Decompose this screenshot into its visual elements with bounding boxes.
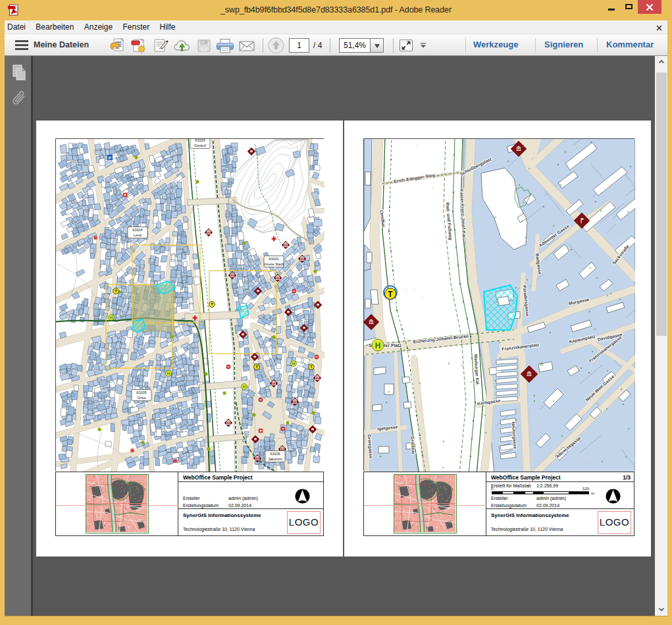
creator-label: Ersteller: [183, 496, 200, 501]
footer-title: WebOffice Sample Project: [491, 474, 561, 481]
district-label: 63103Geidorf: [190, 139, 210, 149]
compass-logo: [295, 489, 310, 504]
title-bar[interactable]: _swp_fb4b9f6fbbd34f5d8e7d83333a6385d1.pd…: [0, 0, 672, 20]
fit-window-button[interactable]: [398, 38, 415, 54]
date-label: Erstellungsdatum: [183, 503, 219, 508]
scroll-down-icon: [658, 606, 665, 612]
page-thumbnails-icon: [11, 64, 27, 82]
logo-box: LOGO: [287, 511, 321, 534]
scale-bar: 0 120 m: [491, 485, 596, 496]
scroll-up-button[interactable]: [655, 56, 667, 67]
svg-text:P: P: [109, 156, 111, 160]
svg-text:b: b: [540, 362, 543, 366]
footer-page-number: 1/3: [623, 474, 631, 481]
pdf-page-2: TbSchloßbergplatzErich-Edegger-StegKaise…: [344, 121, 651, 557]
adobe-reader-window: _swp_fb4b9f6fbbd34f5d8e7d83333a6385d1.pd…: [0, 0, 672, 625]
district-label: 63101Innere Stadt: [264, 256, 284, 267]
document-area[interactable]: TTTTHHHHP63103Geidorf63104Lend63101Inner…: [35, 56, 655, 616]
previous-view-icon: [267, 37, 285, 54]
district-label: 63104Lend: [128, 227, 147, 238]
date-label: Erstellungsdatum: [491, 503, 527, 508]
svg-text:T: T: [388, 290, 393, 299]
previous-view-button[interactable]: [267, 37, 284, 53]
zoom-dropdown-button[interactable]: [370, 38, 384, 53]
open-file-button[interactable]: [109, 38, 126, 54]
main-area: TTTTHHHHP63103Geidorf63104Lend63101Inner…: [5, 56, 667, 616]
svg-text:Innere Stadt: Innere Stadt: [264, 262, 284, 266]
menu-bearbeiten[interactable]: Bearbeiten: [32, 20, 78, 34]
company-name: SynerGIS Informationssysteme: [183, 512, 261, 518]
compass-logo-wrap: [606, 489, 621, 504]
toolbar-more-icon: [419, 41, 427, 50]
window-border-bottom: [0, 616, 672, 625]
scrollbar-thumb[interactable]: [656, 72, 667, 336]
vertical-scrollbar[interactable]: [655, 56, 667, 616]
svg-text:Lend: Lend: [134, 233, 142, 237]
footer-info-cell: WebOffice Sample Project Ersteller admin…: [178, 472, 323, 535]
logo-box: LOGO: [598, 511, 631, 534]
overview-crosshair: [56, 505, 178, 506]
sign-icon: [152, 38, 169, 54]
footer-overview-cell: [364, 472, 486, 535]
svg-text:Gries: Gries: [137, 396, 145, 400]
window-title: _swp_fb4b9f6fbbd34f5d8e7d83333a6385d1.pd…: [0, 5, 672, 14]
toolbar-more-button[interactable]: [419, 41, 427, 57]
window-border-left: [0, 20, 5, 625]
date-value: 02.09.2014: [536, 503, 559, 508]
menu-bar: Datei Bearbeiten Anzeige Fenster Hilfe: [5, 20, 667, 34]
minimize-button[interactable]: [603, 0, 620, 14]
close-button[interactable]: [638, 0, 661, 14]
menu-fenster[interactable]: Fenster: [118, 20, 153, 34]
page-footer: WebOffice Sample Project 1/3 Erstellt fü…: [363, 472, 634, 536]
attachments-button[interactable]: [11, 90, 28, 114]
overview-crosshair: [364, 505, 486, 506]
svg-text:H: H: [375, 341, 381, 350]
navigation-sidebar: [5, 56, 33, 616]
create-pdf-icon: [130, 38, 147, 54]
company-address: Technologiestraße 10, 1120 Vienna: [491, 527, 563, 531]
document-close-icon[interactable]: [656, 24, 662, 30]
svg-text:H: H: [292, 362, 295, 366]
cloud-upload-button[interactable]: [173, 38, 190, 54]
date-value: 02.09.2014: [228, 503, 251, 508]
district-label: 63105Gries: [132, 390, 151, 401]
scale-bar-wrap: 0 120 m: [491, 485, 596, 497]
fit-window-icon: [398, 38, 414, 53]
svg-text:63104: 63104: [132, 228, 142, 232]
map-page-1: TTTTHHHHP63103Geidorf63104Lend63101Inner…: [55, 138, 324, 471]
kommentar-button[interactable]: Kommentar: [606, 40, 654, 49]
svg-text:T: T: [255, 365, 258, 369]
menu-hilfe[interactable]: Hilfe: [156, 20, 180, 34]
svg-text:63106: 63106: [270, 452, 280, 456]
svg-text:120: 120: [582, 487, 590, 491]
signieren-button[interactable]: Signieren: [544, 40, 583, 49]
footer-overview-cell: [56, 472, 178, 535]
menu-anzeige[interactable]: Anzeige: [80, 20, 116, 34]
menu-datei[interactable]: Datei: [3, 20, 30, 34]
svg-text:H: H: [243, 385, 246, 389]
print-icon: [216, 38, 234, 54]
hamburger-menu-icon[interactable]: [15, 40, 28, 51]
werkzeuge-button[interactable]: Werkzeuge: [473, 40, 518, 49]
svg-text:63103: 63103: [195, 139, 205, 142]
create-pdf-button[interactable]: [130, 38, 147, 54]
save-button[interactable]: [195, 38, 213, 54]
scroll-up-icon: [658, 59, 665, 65]
map-page-2: TbSchloßbergplatzErich-Edegger-StegKaise…: [363, 138, 634, 471]
print-button[interactable]: [216, 38, 233, 54]
footer-info-cell: WebOffice Sample Project 1/3 Erstellt fü…: [486, 472, 634, 535]
svg-text:63101: 63101: [269, 257, 278, 261]
page-thumbnails-button[interactable]: [11, 64, 27, 84]
email-button[interactable]: [238, 38, 255, 54]
sign-button[interactable]: [152, 38, 169, 54]
zoom-input[interactable]: 51,4%: [339, 38, 370, 53]
svg-text:T: T: [115, 289, 117, 293]
page-number-input[interactable]: 1: [289, 38, 309, 53]
save-icon: [195, 38, 213, 54]
compass-logo-wrap: [295, 489, 310, 504]
scroll-down-button[interactable]: [655, 604, 667, 615]
my-files-button[interactable]: Meine Dateien: [34, 40, 89, 49]
svg-text:T: T: [211, 302, 213, 306]
maximize-button[interactable]: [621, 0, 638, 14]
svg-text:m: m: [591, 491, 594, 495]
